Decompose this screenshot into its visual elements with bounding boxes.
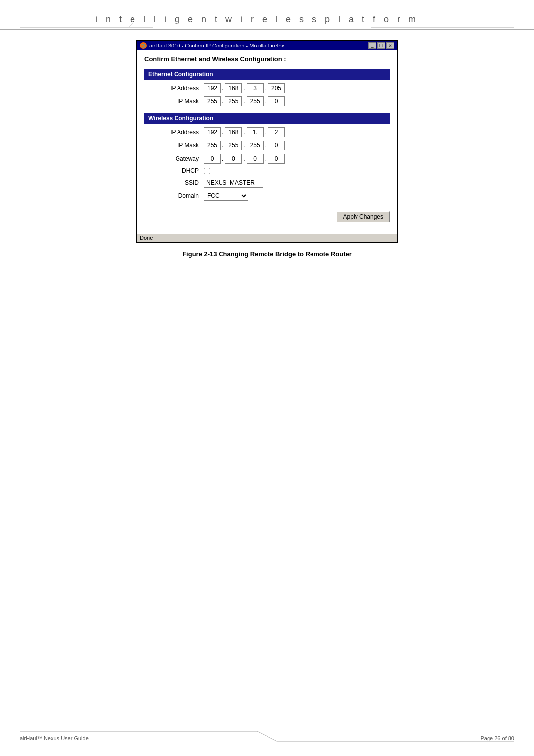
gateway-label: Gateway bbox=[144, 155, 204, 162]
ethernet-ip-dot-1: . bbox=[222, 85, 224, 92]
ethernet-mask-dot-2: . bbox=[243, 98, 245, 105]
domain-row: Domain FCC bbox=[144, 190, 390, 201]
wireless-mask-dot-1: . bbox=[222, 142, 224, 149]
domain-label: Domain bbox=[144, 192, 204, 199]
ethernet-ip-octet-4[interactable] bbox=[268, 83, 285, 93]
wireless-ip-dot-2: . bbox=[243, 129, 245, 136]
wireless-mask-octet-3[interactable] bbox=[247, 141, 264, 150]
ethernet-ip-dot-2: . bbox=[243, 85, 245, 92]
ethernet-mask-label: IP Mask bbox=[144, 98, 204, 105]
wireless-mask-row: IP Mask . . . bbox=[144, 140, 390, 151]
figure-caption: Figure 2-13 Changing Remote Bridge to Re… bbox=[30, 250, 504, 258]
ssid-label: SSID bbox=[144, 179, 204, 186]
dhcp-label: DHCP bbox=[144, 167, 204, 174]
ethernet-mask-dot-3: . bbox=[265, 98, 267, 105]
gateway-dot-3: . bbox=[265, 155, 267, 162]
gateway-field-group: . . . bbox=[204, 154, 285, 164]
ethernet-ip-label: IP Address bbox=[144, 85, 204, 92]
ethernet-ip-row: IP Address . . . bbox=[144, 83, 390, 94]
confirm-title: Confirm Ethernet and Wireless Configurat… bbox=[144, 55, 390, 63]
wireless-ip-octet-3[interactable] bbox=[247, 127, 264, 137]
ethernet-mask-field-group: . . . bbox=[204, 96, 285, 106]
gateway-dot-1: . bbox=[222, 155, 224, 162]
wireless-ip-row: IP Address . . . bbox=[144, 127, 390, 138]
gateway-octet-3[interactable] bbox=[247, 154, 264, 164]
browser-body: Confirm Ethernet and Wireless Configurat… bbox=[137, 50, 397, 234]
wireless-ip-dot-3: . bbox=[265, 129, 267, 136]
ethernet-ip-octet-2[interactable] bbox=[225, 83, 242, 93]
browser-window: 🌐 airHaul 3010 - Confirm IP Configuratio… bbox=[136, 40, 398, 243]
ethernet-ip-field-group: . . . bbox=[204, 83, 285, 93]
apply-changes-button[interactable]: Apply Changes bbox=[337, 211, 390, 222]
wireless-ip-octet-2[interactable] bbox=[225, 127, 242, 137]
gateway-octet-1[interactable] bbox=[204, 154, 221, 164]
gateway-octet-2[interactable] bbox=[225, 154, 242, 164]
wireless-mask-octet-1[interactable] bbox=[204, 141, 221, 150]
firefox-icon: 🌐 bbox=[140, 42, 147, 49]
ethernet-ip-octet-3[interactable] bbox=[247, 83, 264, 93]
footer-left: airHaul™ Nexus User Guide bbox=[20, 735, 89, 741]
wireless-mask-octet-4[interactable] bbox=[268, 141, 285, 150]
ethernet-mask-octet-4[interactable] bbox=[268, 96, 285, 106]
gateway-row: Gateway . . . bbox=[144, 153, 390, 164]
wireless-section-header: Wireless Configuration bbox=[144, 113, 390, 124]
ethernet-mask-octet-1[interactable] bbox=[204, 96, 221, 106]
browser-title: airHaul 3010 - Confirm IP Configuration … bbox=[149, 43, 284, 48]
titlebar-buttons[interactable]: _ ❐ ✕ bbox=[368, 42, 394, 49]
wireless-mask-dot-3: . bbox=[265, 142, 267, 149]
apply-changes-row: Apply Changes bbox=[144, 207, 390, 226]
wireless-ip-octet-4[interactable] bbox=[268, 127, 285, 137]
browser-titlebar: 🌐 airHaul 3010 - Confirm IP Configuratio… bbox=[137, 41, 397, 50]
dhcp-checkbox[interactable] bbox=[204, 168, 210, 174]
status-text: Done bbox=[140, 235, 153, 241]
gateway-dot-2: . bbox=[243, 155, 245, 162]
header-tagline: i n t e l l i g e n t w i r e l e s s p … bbox=[95, 14, 439, 25]
main-content: 🌐 airHaul 3010 - Confirm IP Configuratio… bbox=[30, 40, 504, 258]
ethernet-ip-octet-1[interactable] bbox=[204, 83, 221, 93]
wireless-ip-field-group: . . . bbox=[204, 127, 285, 137]
ethernet-section: Ethernet Configuration IP Address . . . bbox=[144, 69, 390, 107]
wireless-ip-label: IP Address bbox=[144, 129, 204, 136]
ethernet-mask-octet-2[interactable] bbox=[225, 96, 242, 106]
domain-select[interactable]: FCC bbox=[204, 191, 248, 201]
restore-button[interactable]: ❐ bbox=[377, 42, 385, 49]
ssid-row: SSID bbox=[144, 177, 390, 188]
ethernet-mask-row: IP Mask . . . bbox=[144, 96, 390, 107]
close-button[interactable]: ✕ bbox=[386, 42, 394, 49]
wireless-mask-label: IP Mask bbox=[144, 142, 204, 149]
ssid-input[interactable] bbox=[204, 178, 263, 188]
wireless-mask-field-group: . . . bbox=[204, 141, 285, 150]
page-footer: airHaul™ Nexus User Guide Page 26 of 80 bbox=[20, 731, 514, 741]
gateway-octet-4[interactable] bbox=[268, 154, 285, 164]
wireless-ip-octet-1[interactable] bbox=[204, 127, 221, 137]
ethernet-mask-octet-3[interactable] bbox=[247, 96, 264, 106]
minimize-button[interactable]: _ bbox=[368, 42, 376, 49]
ethernet-section-header: Ethernet Configuration bbox=[144, 69, 390, 80]
ethernet-ip-dot-3: . bbox=[265, 85, 267, 92]
wireless-section: Wireless Configuration IP Address . . . bbox=[144, 113, 390, 201]
dhcp-row: DHCP bbox=[144, 167, 390, 175]
wireless-ip-dot-1: . bbox=[222, 129, 224, 136]
page-header: i n t e l l i g e n t w i r e l e s s p … bbox=[0, 0, 534, 30]
ethernet-mask-dot-1: . bbox=[222, 98, 224, 105]
browser-statusbar: Done bbox=[137, 234, 397, 242]
wireless-mask-dot-2: . bbox=[243, 142, 245, 149]
titlebar-left: 🌐 airHaul 3010 - Confirm IP Configuratio… bbox=[140, 42, 284, 49]
wireless-mask-octet-2[interactable] bbox=[225, 141, 242, 150]
footer-right: Page 26 of 80 bbox=[480, 735, 514, 741]
